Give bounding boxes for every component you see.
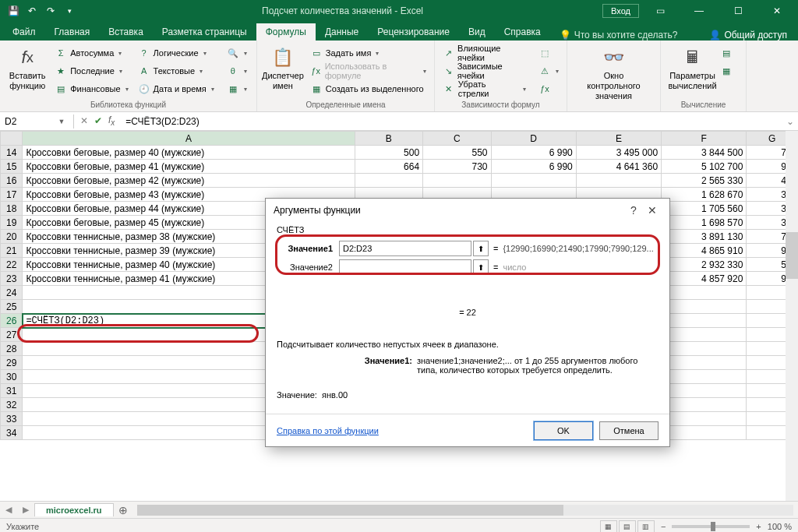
cell[interactable]: 1 705 560 xyxy=(662,202,747,216)
calc-now-button[interactable]: ▤ xyxy=(717,44,736,62)
maximize-icon[interactable]: ☐ xyxy=(720,0,756,22)
cell[interactable]: 4 857 920 xyxy=(662,272,747,286)
formula-input[interactable] xyxy=(121,115,782,129)
pagelayout-view-icon[interactable]: ▤ xyxy=(619,520,636,533)
watch-window-button[interactable]: 👓Окно контрольного значения xyxy=(593,44,635,101)
financial-button[interactable]: ▤Финансовые▾ xyxy=(51,80,131,97)
vertical-scrollbar[interactable] xyxy=(786,131,798,501)
cell[interactable] xyxy=(662,300,747,314)
cell[interactable] xyxy=(662,370,747,384)
redo-icon[interactable]: ↷ xyxy=(42,2,59,19)
cell[interactable] xyxy=(662,286,747,300)
pagebreak-view-icon[interactable]: ▥ xyxy=(637,520,655,533)
text-button[interactable]: AТекстовые▾ xyxy=(135,62,217,79)
slider-thumb[interactable] xyxy=(711,522,715,531)
range-picker-icon[interactable]: ⬆ xyxy=(473,241,489,256)
recent-button[interactable]: ★Последние▾ xyxy=(51,62,131,79)
row-header[interactable]: 22 xyxy=(1,258,23,272)
cell[interactable] xyxy=(662,342,747,356)
row-header[interactable]: 34 xyxy=(1,426,23,440)
row-header[interactable]: 17 xyxy=(1,188,23,202)
row-header[interactable]: 14 xyxy=(1,146,23,160)
cell[interactable]: 4 641 360 xyxy=(576,160,661,174)
cell[interactable]: 5 102 700 xyxy=(662,160,747,174)
define-name-button[interactable]: ▭Задать имя▾ xyxy=(307,44,429,62)
cell[interactable]: 1 698 570 xyxy=(662,216,747,230)
cell[interactable] xyxy=(662,356,747,370)
minimize-icon[interactable]: — xyxy=(681,0,717,22)
name-box-input[interactable] xyxy=(0,115,55,129)
row-header[interactable]: 29 xyxy=(1,356,23,370)
scroll-thumb[interactable] xyxy=(786,232,798,279)
cell[interactable]: 6 990 xyxy=(491,146,576,160)
fx-icon[interactable]: fx xyxy=(108,115,115,127)
insert-function-button[interactable]: fxВставить функцию xyxy=(6,44,48,91)
tab-formulas[interactable]: Формулы xyxy=(256,23,316,41)
zoom-out-icon[interactable]: − xyxy=(661,522,666,531)
row-header[interactable]: 18 xyxy=(1,202,23,216)
col-header[interactable]: E xyxy=(576,132,661,146)
new-sheet-icon[interactable]: ⊕ xyxy=(114,504,132,516)
cell[interactable] xyxy=(491,174,576,188)
cell[interactable]: Кроссовки беговые, размер 41 (мужские) xyxy=(23,160,355,174)
zoom-in-icon[interactable]: + xyxy=(756,522,761,531)
arg2-input[interactable] xyxy=(339,259,471,275)
use-in-formula-button[interactable]: ƒxИспользовать в формуле▾ xyxy=(307,62,429,79)
qat-customize-icon[interactable]: ▾ xyxy=(61,2,78,19)
row-header[interactable]: 23 xyxy=(1,272,23,286)
trace-precedents-button[interactable]: ↗Влияющие ячейки xyxy=(440,44,529,62)
row-header[interactable]: 19 xyxy=(1,216,23,230)
login-button[interactable]: Вход xyxy=(602,4,639,18)
cell[interactable]: 730 xyxy=(423,160,491,174)
cell[interactable] xyxy=(662,412,747,426)
cell[interactable] xyxy=(662,314,747,328)
remove-arrows-button[interactable]: ✕Убрать стрелки▾ xyxy=(440,80,529,97)
cell[interactable] xyxy=(423,174,491,188)
lookup-button[interactable]: 🔍▾ xyxy=(224,44,250,62)
calc-sheet-button[interactable]: ▦ xyxy=(717,62,736,79)
cell[interactable] xyxy=(576,174,661,188)
math-button[interactable]: θ▾ xyxy=(224,62,250,79)
accept-formula-icon[interactable]: ✔ xyxy=(94,115,102,126)
select-all[interactable] xyxy=(1,132,23,146)
scroll-thumb[interactable] xyxy=(137,505,564,516)
row-header[interactable]: 21 xyxy=(1,244,23,258)
tab-help[interactable]: Справка xyxy=(495,23,550,41)
autosum-button[interactable]: ΣАвтосумма▾ xyxy=(51,44,131,62)
col-header[interactable]: B xyxy=(355,132,422,146)
cell[interactable]: 3 495 000 xyxy=(576,146,661,160)
range-picker-icon[interactable]: ⬆ xyxy=(473,259,489,275)
row-header[interactable]: 24 xyxy=(1,286,23,300)
col-header[interactable]: F xyxy=(662,132,747,146)
name-box[interactable]: ▼ xyxy=(0,115,74,129)
cell[interactable]: Кроссовки беговые, размер 40 (мужские) xyxy=(23,146,355,160)
cell[interactable]: 4 865 910 xyxy=(662,244,747,258)
help-link[interactable]: Справка по этой функции xyxy=(277,426,379,435)
row-header[interactable]: 25 xyxy=(1,300,23,314)
help-icon[interactable]: ? xyxy=(624,201,643,220)
cell[interactable]: 3 844 500 xyxy=(662,146,747,160)
more-fn-button[interactable]: ▦▾ xyxy=(224,80,250,97)
tab-data[interactable]: Данные xyxy=(316,23,368,41)
cancel-button[interactable]: Отмена xyxy=(599,421,659,440)
cell[interactable]: 3 891 130 xyxy=(662,230,747,244)
cell[interactable]: Кроссовки беговые, размер 42 (мужские) xyxy=(23,174,355,188)
cell[interactable]: 500 xyxy=(355,146,422,160)
tab-pagelayout[interactable]: Разметка страницы xyxy=(153,23,256,41)
cell[interactable]: 6 990 xyxy=(491,160,576,174)
cell[interactable]: 2 932 330 xyxy=(662,258,747,272)
col-header[interactable]: A xyxy=(23,132,355,146)
cell[interactable]: 2 565 330 xyxy=(662,174,747,188)
tell-me[interactable]: 💡Что вы хотите сделать? xyxy=(560,30,678,41)
tab-nav-next-icon[interactable]: ▶ xyxy=(17,505,34,515)
zoom-value[interactable]: 100 % xyxy=(768,522,792,531)
col-header[interactable]: C xyxy=(423,132,491,146)
show-formulas-button[interactable]: ⬚ xyxy=(535,44,562,62)
close-icon[interactable]: ✕ xyxy=(759,0,795,22)
row-header[interactable]: 32 xyxy=(1,398,23,412)
arg1-input[interactable] xyxy=(339,241,471,256)
cell[interactable]: 664 xyxy=(355,160,422,174)
chevron-down-icon[interactable]: ▼ xyxy=(55,118,69,125)
row-header[interactable]: 31 xyxy=(1,384,23,398)
cell[interactable] xyxy=(662,384,747,398)
